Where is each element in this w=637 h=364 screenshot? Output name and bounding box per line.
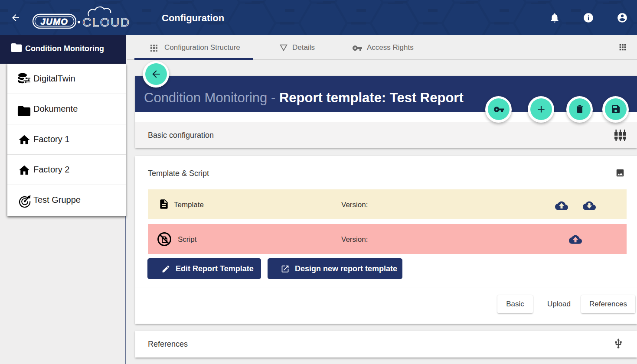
svg-text:JUMO: JUMO [41, 17, 69, 26]
svg-text:CLOUD: CLOUD [82, 16, 131, 29]
